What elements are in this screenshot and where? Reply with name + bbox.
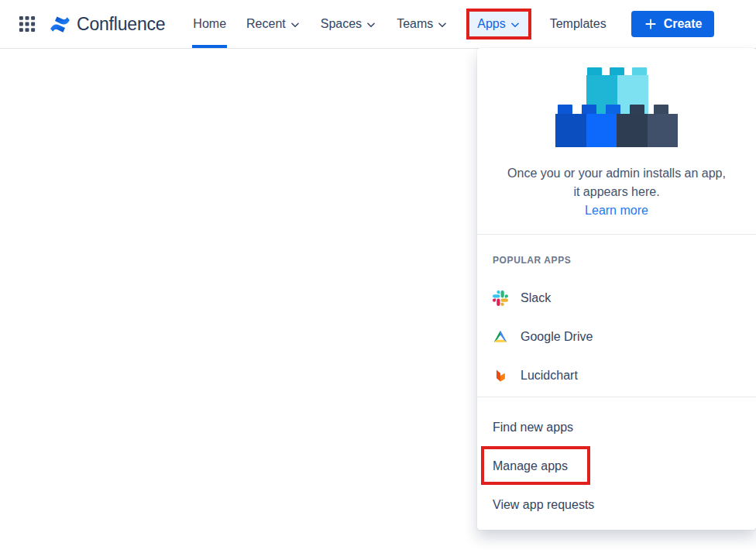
apps-dropdown-menu: Once you or your admin installs an app, … — [477, 48, 756, 530]
brand-wordmark: Confluence — [77, 14, 165, 35]
google-drive-icon — [493, 329, 508, 345]
empty-state-message: Once you or your admin installs an app, … — [477, 164, 756, 201]
grid-icon — [19, 15, 36, 33]
nav-item-teams[interactable]: Teams — [397, 0, 448, 48]
chevron-down-icon — [510, 19, 521, 30]
annotation-box-apps: Apps — [466, 9, 531, 40]
menu-item-view-app-requests[interactable]: View app requests — [477, 486, 756, 524]
popular-apps-section: POPULAR APPS Slack Google Drive — [477, 235, 756, 397]
nav-item-apps[interactable]: Apps — [469, 12, 527, 36]
menu-item-slack[interactable]: Slack — [477, 279, 756, 318]
menu-item-manage-apps[interactable]: Manage apps — [477, 447, 756, 486]
lego-bricks-illustration — [555, 67, 678, 148]
chevron-down-icon — [437, 19, 448, 30]
nav-item-templates[interactable]: Templates — [550, 0, 607, 48]
nav-item-recent[interactable]: Recent — [246, 0, 301, 48]
app-switcher-button[interactable] — [17, 14, 37, 34]
lucidchart-icon — [493, 368, 508, 383]
confluence-page: Confluence Home Recent Spaces Teams App — [0, 0, 756, 560]
apps-menu-links-section: Find new apps Manage apps View app reque… — [477, 397, 756, 524]
menu-item-lucidchart[interactable]: Lucidchart — [477, 356, 756, 395]
slack-icon — [493, 290, 508, 306]
apps-empty-state: Once you or your admin installs an app, … — [477, 48, 756, 235]
nav-item-home[interactable]: Home — [193, 0, 226, 48]
popular-apps-header: POPULAR APPS — [477, 255, 756, 270]
menu-item-google-drive[interactable]: Google Drive — [477, 318, 756, 356]
plus-icon — [644, 17, 658, 31]
primary-nav: Home Recent Spaces Teams Apps — [193, 0, 606, 48]
chevron-down-icon — [366, 19, 376, 30]
menu-item-find-new-apps[interactable]: Find new apps — [477, 408, 756, 447]
learn-more-link[interactable]: Learn more — [585, 201, 648, 220]
create-button[interactable]: Create — [631, 11, 715, 37]
chevron-down-icon — [290, 19, 301, 30]
confluence-logo-icon — [50, 14, 70, 35]
nav-item-spaces[interactable]: Spaces — [321, 0, 376, 48]
active-tab-indicator — [192, 45, 227, 48]
confluence-brand[interactable]: Confluence — [50, 14, 165, 35]
top-navigation-bar: Confluence Home Recent Spaces Teams App — [0, 0, 756, 49]
